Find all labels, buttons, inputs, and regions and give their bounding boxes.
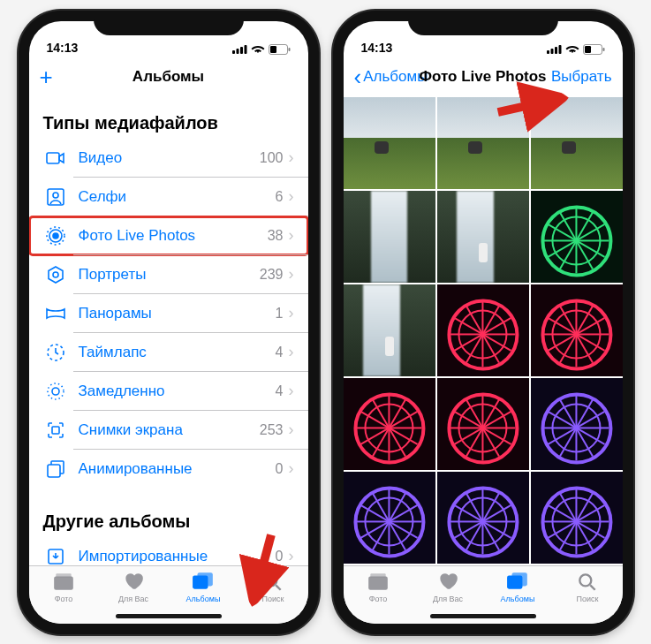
row-label: Видео bbox=[79, 149, 259, 167]
row-count: 253 bbox=[259, 422, 284, 438]
media-row-screenshot[interactable]: Снимки экрана253› bbox=[29, 411, 308, 450]
row-label: Фото Live Photos bbox=[79, 227, 259, 245]
svg-rect-32 bbox=[602, 48, 604, 51]
timelapse-icon bbox=[43, 340, 68, 365]
tab-label: Для Вас bbox=[433, 595, 463, 603]
svg-rect-27 bbox=[550, 49, 553, 54]
notch bbox=[408, 11, 558, 35]
svg-rect-18 bbox=[48, 465, 60, 477]
tab-search[interactable]: Поиск bbox=[553, 572, 623, 624]
home-indicator[interactable] bbox=[116, 614, 222, 618]
svg-point-24 bbox=[265, 574, 276, 586]
media-row-video[interactable]: Видео100› bbox=[29, 139, 308, 178]
photo-thumb[interactable] bbox=[437, 97, 529, 189]
media-row-portrait[interactable]: Портреты239› bbox=[29, 255, 308, 294]
back-button[interactable]: ‹ Альбомы bbox=[354, 65, 428, 88]
search-tab-icon bbox=[576, 572, 599, 595]
tab-photos[interactable]: Фото bbox=[29, 572, 99, 624]
tab-label: Фото bbox=[55, 595, 73, 603]
media-row-animated[interactable]: Анимированные0› bbox=[29, 450, 308, 489]
portrait-icon bbox=[43, 262, 68, 287]
status-icons bbox=[547, 44, 605, 55]
add-album-button[interactable]: + bbox=[40, 65, 53, 88]
foryou-tab-icon bbox=[436, 572, 459, 595]
back-label: Альбомы bbox=[363, 68, 428, 86]
photo-thumb[interactable] bbox=[437, 472, 529, 564]
chevron-right-icon: › bbox=[289, 420, 294, 439]
nav-bar: + Альбомы bbox=[29, 58, 308, 97]
chevron-right-icon: › bbox=[289, 304, 294, 322]
row-count: 6 bbox=[259, 189, 284, 205]
row-label: Импортированные bbox=[79, 548, 259, 565]
photo-thumb[interactable] bbox=[531, 378, 623, 470]
svg-rect-6 bbox=[288, 48, 290, 51]
row-count: 4 bbox=[259, 345, 284, 360]
notch bbox=[94, 11, 244, 35]
media-row-live[interactable]: Фото Live Photos38› bbox=[29, 216, 308, 255]
chevron-right-icon: › bbox=[289, 459, 294, 478]
chevron-right-icon: › bbox=[289, 148, 294, 167]
tab-photos[interactable]: Фото bbox=[344, 572, 413, 624]
row-label: Анимированные bbox=[79, 460, 259, 478]
svg-point-9 bbox=[53, 193, 58, 198]
svg-rect-3 bbox=[244, 45, 246, 54]
albums-content[interactable]: Типы медиафайлов Видео100›Селфи6›Фото Li… bbox=[29, 97, 308, 565]
row-count: 239 bbox=[259, 267, 284, 283]
svg-point-37 bbox=[579, 574, 591, 586]
battery-icon bbox=[269, 44, 291, 55]
photo-thumb[interactable] bbox=[437, 191, 529, 283]
search-tab-icon bbox=[261, 572, 284, 595]
media-row-panorama[interactable]: Панорамы1› bbox=[29, 294, 308, 333]
chevron-right-icon: › bbox=[289, 187, 294, 206]
photo-thumb[interactable] bbox=[344, 472, 435, 564]
svg-rect-0 bbox=[232, 50, 235, 54]
tab-label: Для Вас bbox=[118, 595, 148, 603]
photo-thumb[interactable] bbox=[437, 378, 529, 470]
svg-rect-20 bbox=[54, 576, 73, 589]
svg-rect-31 bbox=[585, 46, 591, 53]
svg-rect-1 bbox=[236, 49, 238, 54]
svg-rect-5 bbox=[270, 46, 276, 53]
photo-thumb[interactable] bbox=[344, 378, 435, 470]
media-row-selfie[interactable]: Селфи6› bbox=[29, 178, 308, 216]
wifi-icon bbox=[565, 44, 579, 54]
photo-grid-container[interactable] bbox=[344, 97, 623, 565]
chevron-right-icon: › bbox=[289, 343, 294, 361]
media-row-slomo[interactable]: Замедленно4› bbox=[29, 372, 308, 411]
svg-point-16 bbox=[52, 388, 59, 395]
photo-thumb[interactable] bbox=[531, 472, 623, 564]
wifi-icon bbox=[251, 44, 265, 54]
battery-icon bbox=[583, 44, 605, 55]
row-count: 4 bbox=[259, 383, 284, 399]
svg-point-15 bbox=[48, 383, 64, 399]
chevron-right-icon: › bbox=[289, 265, 294, 284]
chevron-right-icon: › bbox=[289, 547, 294, 565]
row-label: Портреты bbox=[79, 266, 259, 284]
other-row-imported[interactable]: Импортированные0› bbox=[29, 537, 308, 565]
photo-thumb[interactable] bbox=[437, 284, 529, 376]
photo-thumb[interactable] bbox=[344, 284, 435, 376]
screen-left: 14:13 + Альбомы Типы медиафайлов Видео10… bbox=[29, 21, 308, 624]
row-label: Снимки экрана bbox=[79, 421, 259, 439]
photo-thumb[interactable] bbox=[344, 191, 435, 283]
imported-icon bbox=[43, 544, 68, 565]
chevron-right-icon: › bbox=[289, 382, 294, 400]
row-count: 38 bbox=[259, 228, 284, 244]
tab-label: Поиск bbox=[262, 595, 284, 603]
signal-icon bbox=[547, 44, 562, 54]
photo-grid bbox=[344, 97, 623, 564]
photos-tab-icon bbox=[52, 572, 75, 595]
home-indicator[interactable] bbox=[430, 614, 536, 618]
tab-search[interactable]: Поиск bbox=[238, 572, 308, 624]
tab-label: Фото bbox=[369, 595, 388, 603]
media-row-timelapse[interactable]: Таймлапс4› bbox=[29, 333, 308, 372]
photo-thumb[interactable] bbox=[531, 97, 623, 189]
photo-thumb[interactable] bbox=[344, 97, 435, 189]
nav-bar: ‹ Альбомы Фото Live Photos Выбрать bbox=[344, 58, 623, 97]
select-button[interactable]: Выбрать bbox=[551, 68, 611, 86]
photo-thumb[interactable] bbox=[531, 284, 623, 376]
svg-rect-21 bbox=[56, 573, 71, 577]
photo-thumb[interactable] bbox=[531, 191, 623, 283]
svg-rect-33 bbox=[368, 576, 388, 589]
row-label: Таймлапс bbox=[79, 344, 259, 361]
